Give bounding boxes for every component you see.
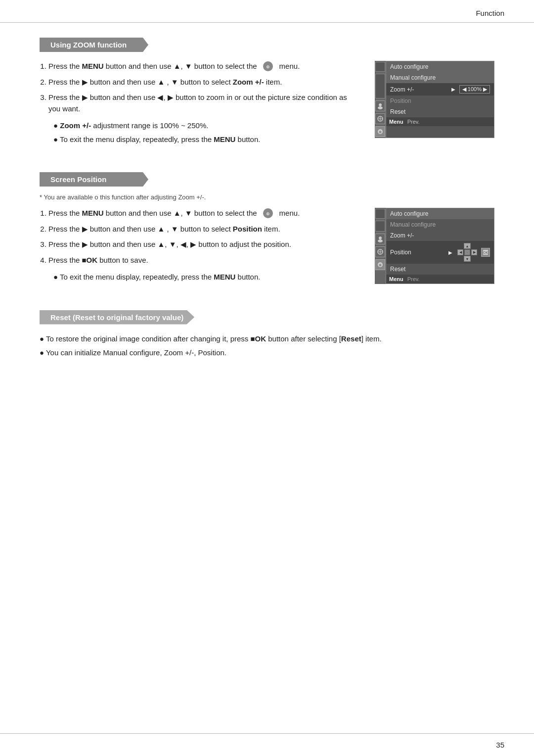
menu-row-auto: Auto configure <box>386 61 494 72</box>
menu-row-reset: Reset <box>386 106 494 117</box>
pos-sidebar-icon-4 <box>375 246 385 257</box>
pos-arrows-visual: ▲ ◀ · ▶ ▼ <box>457 243 477 262</box>
position-step-1: Press the MENU button and then use ▲, ▼ … <box>48 208 360 219</box>
reset-section-header: Reset (Reset to original factory value) <box>40 310 194 325</box>
pos-menu-row-position: Position ▶ ▲ ◀ · ▶ <box>386 241 494 264</box>
pos-icon-ok: OK <box>481 248 490 257</box>
zoom-bullet-2: To exit the menu display, repeatedly, pr… <box>53 134 360 145</box>
pos-sidebar-icon-5: ⊕ <box>375 259 385 270</box>
position-menu-footer: Menu Prev. <box>386 275 494 284</box>
svg-text:⊕: ⊕ <box>379 263 382 267</box>
page-number: 35 <box>496 741 504 749</box>
header-label: Function <box>476 9 504 17</box>
page-footer: 35 <box>0 733 534 756</box>
arrow-down: ▼ <box>464 256 471 262</box>
position-menu-screenshot: ⊕ Auto configure Manual configure Zoom +… <box>375 208 494 284</box>
reset-note-1: To restore the original image condition … <box>40 333 494 345</box>
pos-arrow: ▶ <box>448 250 452 255</box>
position-step-3: Press the ▶ button and then use ▲, ▼, ◀,… <box>48 239 360 250</box>
pos-menu-row-manual: Manual configure <box>386 219 494 230</box>
zoom-steps: Press the MENU button and then use ▲, ▼ … <box>48 61 360 114</box>
reset-note-2: You can initialize Manual configure, Zoo… <box>40 347 494 359</box>
main-content: Using ZOOM function Press the MENU butto… <box>0 23 534 423</box>
position-step-2: Press the ▶ button and then use ▲ , ▼ bu… <box>48 224 360 235</box>
page-header: Function <box>0 0 534 23</box>
sidebar-icon-1 <box>375 62 385 72</box>
zoom-step-3: Press the ▶ button and then use ◀, ▶ but… <box>48 92 360 114</box>
zoom-menu-box: Auto configure Manual configure Zoom +/-… <box>386 61 494 138</box>
svg-text:OK: OK <box>483 251 488 254</box>
zoom-menu-sidebar: ⊕ <box>375 61 386 138</box>
position-instructions: Press the MENU button and then use ▲, ▼ … <box>40 208 360 285</box>
pos-menu-row-zoom: Zoom +/- <box>386 230 494 241</box>
pos-menu-row-auto: Auto configure <box>386 208 494 219</box>
pos-sidebar-icon-3 <box>375 234 385 244</box>
pos-sidebar-icon-1 <box>375 209 385 219</box>
position-bullets: To exit the menu display, repeatedly, pr… <box>53 272 360 283</box>
svg-text:⊕: ⊕ <box>379 130 382 134</box>
reset-notes: To restore the original image condition … <box>40 333 494 359</box>
svg-point-2 <box>379 103 382 106</box>
reset-section: Reset (Reset to original factory value) … <box>40 310 494 359</box>
svg-text:⊕: ⊕ <box>266 211 270 216</box>
zoom-section-content: Press the MENU button and then use ▲, ▼ … <box>40 61 494 147</box>
pos-menu-row-reset: Reset <box>386 264 494 275</box>
zoom-menu-screenshot: ⊕ Auto configure Manual configure Zoom +… <box>375 61 494 138</box>
zoom-section: Using ZOOM function Press the MENU butto… <box>40 38 494 147</box>
position-note: * You are available o this function afte… <box>40 193 494 201</box>
zoom-bullets: Zoom +/- adjustment range is 100% ~ 250%… <box>53 120 360 145</box>
sidebar-icon-2 <box>375 74 385 98</box>
menu-row-zoom: Zoom +/- ▶ ◀ 100% ▶ <box>386 83 494 95</box>
zoom-step-2: Press the ▶ button and then use ▲ , ▼ bu… <box>48 77 360 88</box>
pos-sidebar-icon-2 <box>375 221 385 232</box>
zoom-section-header: Using ZOOM function <box>40 38 148 52</box>
position-menu-box: Auto configure Manual configure Zoom +/-… <box>386 208 494 284</box>
zoom-bullet-1: Zoom +/- adjustment range is 100% ~ 250%… <box>53 120 360 132</box>
position-section-content: Press the MENU button and then use ▲, ▼ … <box>40 208 494 285</box>
arrow-up: ▲ <box>464 243 471 249</box>
position-menu-sidebar: ⊕ <box>375 208 386 284</box>
svg-text:⊕: ⊕ <box>266 64 270 69</box>
sidebar-icon-5: ⊕ <box>375 126 385 137</box>
menu-row-position: Position <box>386 95 494 106</box>
sidebar-icon-3 <box>375 100 385 111</box>
zoom-menu-footer: Menu Prev. <box>386 117 494 126</box>
arrow-right: ▶ <box>471 249 477 255</box>
position-bullet-1: To exit the menu display, repeatedly, pr… <box>53 272 360 283</box>
arrow-center: · <box>464 249 470 255</box>
zoom-value: ◀ 100% ▶ <box>459 85 490 94</box>
svg-point-11 <box>379 236 382 239</box>
zoom-step-1: Press the MENU button and then use ▲, ▼ … <box>48 61 360 72</box>
position-step-4: Press the ■OK button to save. <box>48 255 360 266</box>
arrow-left: ◀ <box>457 249 463 255</box>
position-section: Screen Position * You are available o th… <box>40 172 494 285</box>
position-steps: Press the MENU button and then use ▲, ▼ … <box>48 208 360 266</box>
position-section-header: Screen Position <box>40 172 148 187</box>
svg-point-12 <box>378 239 383 242</box>
svg-point-3 <box>378 106 383 109</box>
zoom-arrow: ▶ <box>451 87 455 92</box>
zoom-instructions: Press the MENU button and then use ▲, ▼ … <box>40 61 360 147</box>
menu-row-manual: Manual configure <box>386 72 494 83</box>
sidebar-icon-4 <box>375 113 385 124</box>
